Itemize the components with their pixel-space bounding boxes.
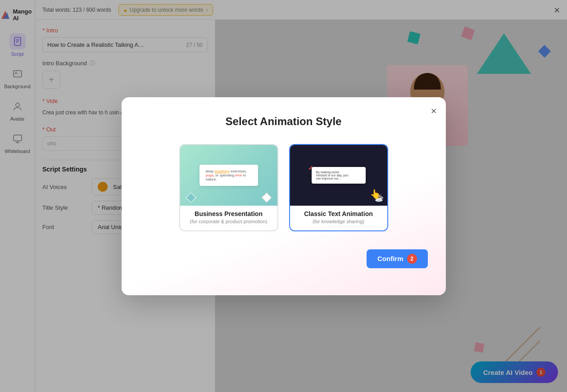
classic-card-subtitle: (for knowledge sharing) — [296, 219, 381, 224]
business-card-subtitle: (for corporate & product promotion) — [186, 219, 271, 224]
classic-text-animation-card[interactable]: ✓ By making somemindset in our day, youc… — [289, 144, 388, 231]
business-preview: deep breathing exercises, yoga, or spend… — [180, 145, 277, 206]
animation-cards-container: deep breathing exercises, yoga, or spend… — [140, 144, 428, 231]
classic-paper: ✓ By making somemindset in our day, youc… — [312, 167, 366, 184]
modal-overlay: × Select Animation Style deep breathing … — [0, 0, 567, 392]
hand-pointer-icon: 👆 — [370, 189, 381, 199]
business-paper: deep breathing exercises, yoga, or spend… — [200, 165, 258, 186]
modal-close-button[interactable]: × — [431, 105, 437, 117]
confirm-button[interactable]: Confirm 2 — [367, 249, 428, 268]
business-presentation-card[interactable]: deep breathing exercises, yoga, or spend… — [179, 144, 278, 231]
confirm-badge: 2 — [407, 254, 417, 264]
classic-paper-wrapper: ✓ By making somemindset in our day, youc… — [312, 167, 366, 184]
modal-footer: Confirm 2 — [140, 249, 428, 268]
business-card-title: Business Presentation — [186, 210, 271, 217]
classic-card-info: Classic Text Animation (for knowledge sh… — [290, 206, 387, 230]
business-card-info: Business Presentation (for corporate & p… — [180, 206, 277, 230]
check-icon: ✓ — [308, 164, 313, 171]
classic-preview-text: By making somemindset in our day, youcan… — [316, 171, 349, 180]
classic-preview: ✓ By making somemindset in our day, youc… — [290, 145, 387, 206]
animation-style-modal: × Select Animation Style deep breathing … — [122, 97, 446, 295]
confirm-label: Confirm — [377, 255, 404, 262]
modal-title: Select Animation Style — [140, 115, 428, 128]
business-preview-text: deep breathing exercises, yoga, or spend… — [206, 169, 247, 181]
classic-card-title: Classic Text Animation — [296, 210, 381, 217]
